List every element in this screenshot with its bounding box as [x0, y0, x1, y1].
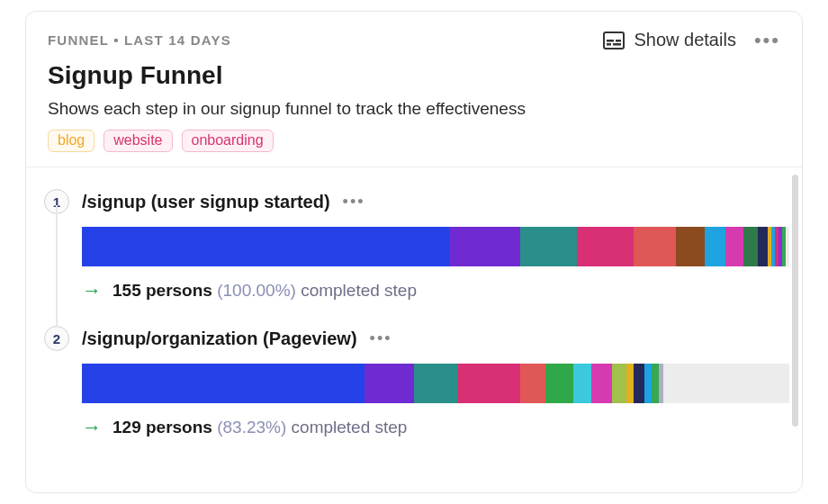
bar-segment — [364, 364, 414, 403]
meta-range: LAST 14 DAYS — [124, 32, 231, 48]
tag-onboarding[interactable]: onboarding — [182, 130, 274, 152]
bar-segment — [626, 364, 634, 403]
bar-segment — [782, 227, 786, 266]
header-top-row: FUNNEL • LAST 14 DAYS Show details — [48, 30, 780, 50]
bar-segment — [414, 364, 456, 403]
step-number-badge: 2 — [44, 326, 69, 351]
tag-website[interactable]: website — [104, 130, 172, 152]
tag-blog[interactable]: blog — [48, 130, 94, 152]
bar-segment — [758, 227, 769, 266]
percent: (83.23%) — [217, 418, 286, 436]
tag-row: blogwebsiteonboarding — [48, 130, 780, 152]
meta-sep: • — [109, 32, 124, 48]
meta-type: FUNNEL — [48, 32, 109, 48]
funnel-step: 2/signup/organization (Pageview)•••→129 … — [44, 326, 784, 439]
bar-segment — [612, 364, 626, 403]
persons-count: 155 persons — [112, 281, 212, 300]
step-connector — [56, 205, 58, 328]
completed-label: completed step — [292, 418, 408, 436]
header-more-button[interactable]: ••• — [754, 31, 780, 50]
svg-rect-1 — [607, 40, 614, 42]
bar-segment — [725, 227, 743, 266]
bar-segment — [644, 364, 652, 403]
subtitles-icon — [603, 32, 625, 50]
funnel-step: 1/signup (user signup started)•••→155 pe… — [44, 189, 784, 302]
arrow-right-icon: → — [82, 279, 102, 302]
completion-line: →155 persons (100.00%) completed step — [82, 279, 771, 302]
svg-rect-4 — [613, 43, 621, 46]
bar-segment — [457, 364, 521, 403]
bar-segment — [676, 227, 704, 266]
bar-segment — [634, 227, 676, 266]
bar-segment — [520, 364, 545, 403]
bar-segment — [520, 227, 577, 266]
card-header: FUNNEL • LAST 14 DAYS Show details — [26, 12, 802, 167]
svg-rect-3 — [607, 43, 611, 46]
bar-segment — [743, 227, 758, 266]
scrollbar-thumb[interactable] — [792, 175, 798, 427]
card-subtitle: Shows each step in our signup funnel to … — [48, 99, 780, 119]
meta-line: FUNNEL • LAST 14 DAYS — [48, 32, 231, 48]
completed-label: completed step — [301, 281, 417, 300]
show-details-label: Show details — [634, 30, 735, 50]
step-name: /signup/organization (Pageview) — [82, 328, 357, 349]
step-more-button[interactable]: ••• — [370, 330, 392, 346]
bar-segment — [573, 364, 591, 403]
step-header: 2/signup/organization (Pageview)••• — [44, 326, 771, 351]
show-details-button[interactable]: Show details — [603, 30, 735, 50]
card-body: 1/signup (user signup started)•••→155 pe… — [26, 167, 802, 493]
step-bar — [82, 227, 789, 266]
bar-segment — [82, 364, 364, 403]
step-bar — [82, 364, 789, 403]
header-actions: Show details ••• — [603, 30, 780, 50]
bar-segment — [634, 364, 644, 403]
bar-segment — [577, 227, 634, 266]
completion-text: 155 persons (100.00%) completed step — [112, 281, 417, 301]
bar-segment — [591, 364, 613, 403]
bar-segment — [450, 227, 521, 266]
card-title: Signup Funnel — [48, 61, 780, 90]
completion-text: 129 persons (83.23%) completed step — [112, 418, 407, 437]
svg-rect-2 — [616, 40, 621, 42]
percent: (100.00%) — [217, 281, 296, 300]
completion-line: →129 persons (83.23%) completed step — [82, 416, 771, 439]
steps-container: 1/signup (user signup started)•••→155 pe… — [44, 189, 784, 439]
persons-count: 129 persons — [112, 418, 212, 436]
bar-segment — [545, 364, 573, 403]
step-more-button[interactable]: ••• — [343, 194, 365, 210]
bar-segment — [659, 364, 664, 403]
bar-segment — [82, 227, 450, 266]
step-header: 1/signup (user signup started)••• — [44, 189, 771, 214]
arrow-right-icon: → — [82, 416, 102, 439]
funnel-card: FUNNEL • LAST 14 DAYS Show details — [25, 11, 803, 493]
bar-segment — [705, 227, 726, 266]
bar-segment — [652, 364, 659, 403]
step-name: /signup (user signup started) — [82, 192, 330, 212]
